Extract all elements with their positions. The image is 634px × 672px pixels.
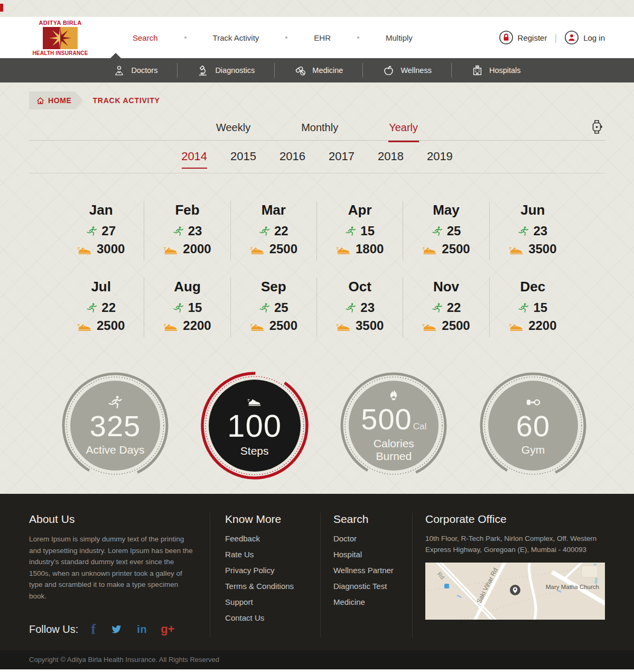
- follow-us-row: Follow Us: fing+: [29, 621, 194, 638]
- month-label: Nov: [403, 279, 489, 295]
- active-days-stat: 23: [144, 224, 230, 238]
- circle-value-row: 325: [90, 411, 141, 442]
- footer-link-hospital[interactable]: Hospital: [333, 550, 412, 559]
- shoe-icon: [509, 320, 524, 332]
- nav-separator-dot: [357, 36, 360, 39]
- runner-icon: [432, 226, 443, 237]
- summary-circle-calories-burned[interactable]: 500CalCalories Burned: [338, 370, 449, 481]
- footer-link-rate-us[interactable]: Rate Us: [225, 550, 320, 559]
- tab-weekly[interactable]: Weekly: [216, 122, 250, 141]
- circle-label: Active Days: [86, 444, 145, 456]
- year-2016[interactable]: 2016: [279, 150, 305, 169]
- shoe-icon: [77, 320, 92, 332]
- footer-link-feedback[interactable]: Feedback: [225, 534, 320, 543]
- runner-icon: [259, 226, 270, 237]
- month-cell-oct: Oct233500: [317, 278, 403, 337]
- lock-icon: [499, 30, 514, 45]
- summary-circle-steps[interactable]: 100Steps: [199, 370, 310, 481]
- footer-link-doctor[interactable]: Doctor: [333, 534, 412, 543]
- twitter-icon[interactable]: [109, 623, 123, 635]
- month-label: Mar: [231, 202, 316, 218]
- month-cell-feb: Feb232000: [144, 201, 230, 261]
- active-days-value: 27: [101, 224, 116, 238]
- active-days-stat: 23: [490, 224, 576, 238]
- subnav-label-medicine: Medicine: [312, 66, 343, 75]
- footer-link-wellness-partner[interactable]: Wellness Partner: [333, 566, 412, 575]
- steps-stat: 2000: [144, 242, 230, 256]
- tab-monthly[interactable]: Monthly: [301, 122, 338, 141]
- brand-logo[interactable]: ADITYA BIRLA HEALTH INSURANCE: [29, 20, 91, 56]
- active-days-stat: 15: [144, 300, 230, 315]
- month-cell-apr: Apr151800: [317, 201, 403, 261]
- runner-icon: [259, 302, 270, 314]
- active-days-stat: 27: [58, 224, 144, 238]
- active-days-value: 15: [188, 300, 202, 315]
- circle-value-row: 60: [516, 411, 550, 442]
- footer-link-contact-us[interactable]: Contact Us: [225, 613, 320, 622]
- site-header: ADITYA BIRLA HEALTH INSURANCE SearchTrac…: [0, 17, 634, 58]
- subnav-hospitals[interactable]: Hospitals: [452, 65, 540, 77]
- year-2019[interactable]: 2019: [427, 150, 453, 169]
- login-button[interactable]: Log in: [564, 30, 605, 45]
- footer-link-privacy-policy[interactable]: Privacy Policy: [225, 566, 320, 575]
- active-days-value: 22: [274, 224, 288, 238]
- circle-unit: Cal: [413, 421, 427, 431]
- pills-icon: [294, 65, 306, 77]
- footer-knowmore-column: Know More FeedbackRate UsPrivacy PolicyT…: [210, 513, 321, 638]
- footer-link-diagnostic-test[interactable]: Diagnostic Test: [333, 582, 412, 591]
- months-grid: Jan273000Feb232000Mar222500Apr151800May2…: [58, 201, 576, 337]
- year-2017[interactable]: 2017: [329, 150, 355, 169]
- subnav-doctors[interactable]: Doctors: [94, 65, 177, 77]
- breadcrumb-home-link[interactable]: HOME: [29, 91, 83, 109]
- linkedin-icon[interactable]: in: [137, 623, 147, 636]
- steps-value: 3500: [528, 242, 556, 256]
- auth-divider: |: [554, 32, 557, 43]
- runner-icon: [173, 302, 184, 314]
- about-heading: About Us: [29, 513, 194, 526]
- runner-icon: [173, 226, 184, 237]
- office-map[interactable]: Rd Saki Vihar Rd Mary Matha Church: [425, 563, 605, 620]
- breadcrumb-current[interactable]: TRACK ACTIVITY: [92, 96, 160, 105]
- facebook-icon[interactable]: f: [91, 621, 96, 638]
- steps-stat: 3000: [58, 242, 144, 256]
- runner-icon: [345, 302, 356, 314]
- googleplus-icon[interactable]: g+: [161, 622, 174, 636]
- month-cell-dec: Dec152200: [490, 278, 576, 337]
- year-2018[interactable]: 2018: [378, 150, 404, 169]
- subnav-label-doctors: Doctors: [131, 66, 157, 75]
- steps-value: 3500: [356, 318, 384, 333]
- register-button[interactable]: Register: [499, 30, 547, 45]
- site-footer: About Us Lorem Ipsum is simply dummy tex…: [0, 494, 634, 650]
- nav-search[interactable]: Search: [127, 33, 163, 42]
- steps-value: 2500: [442, 242, 470, 256]
- year-2015[interactable]: 2015: [230, 150, 256, 169]
- subnav-label-hospitals: Hospitals: [489, 66, 521, 75]
- summary-circle-gym[interactable]: 60Gym: [478, 370, 589, 481]
- nav-track-activity[interactable]: Track Activity: [208, 33, 265, 42]
- footer-link-medicine[interactable]: Medicine: [333, 597, 412, 606]
- active-days-stat: 15: [317, 224, 403, 238]
- nav-ehr[interactable]: EHR: [309, 33, 336, 42]
- month-label: Sep: [231, 279, 316, 295]
- circle-value: 500: [361, 402, 412, 436]
- breadcrumb-home-label: HOME: [48, 96, 71, 105]
- subnav-diagnostics[interactable]: Diagnostics: [178, 65, 274, 77]
- subnav-medicine[interactable]: Medicine: [275, 65, 362, 77]
- auth-area: Register | Log in: [499, 30, 605, 45]
- footer-link-terms-conditions[interactable]: Terms & Conditions: [225, 582, 320, 591]
- footer-link-support[interactable]: Support: [225, 597, 320, 606]
- year-2014[interactable]: 2014: [181, 150, 207, 169]
- steps-stat: 1800: [317, 242, 403, 256]
- active-days-stat: 23: [317, 300, 403, 315]
- subnav-wellness[interactable]: Wellness: [363, 65, 451, 77]
- follow-us-label: Follow Us:: [29, 623, 78, 636]
- bottom-spacer: [0, 669, 634, 672]
- office-address: 10th Floor, R-Tech Park, Nirlon Complex,…: [425, 533, 605, 556]
- nav-multiply[interactable]: Multiply: [380, 33, 418, 42]
- month-label: May: [403, 202, 489, 218]
- tab-yearly[interactable]: Yearly: [389, 122, 418, 141]
- summary-circle-active-days[interactable]: 325Active Days: [60, 370, 171, 481]
- watch-icon[interactable]: [591, 118, 604, 136]
- steps-value: 2500: [269, 242, 297, 256]
- brand-name-bottom: HEALTH INSURANCE: [29, 50, 91, 56]
